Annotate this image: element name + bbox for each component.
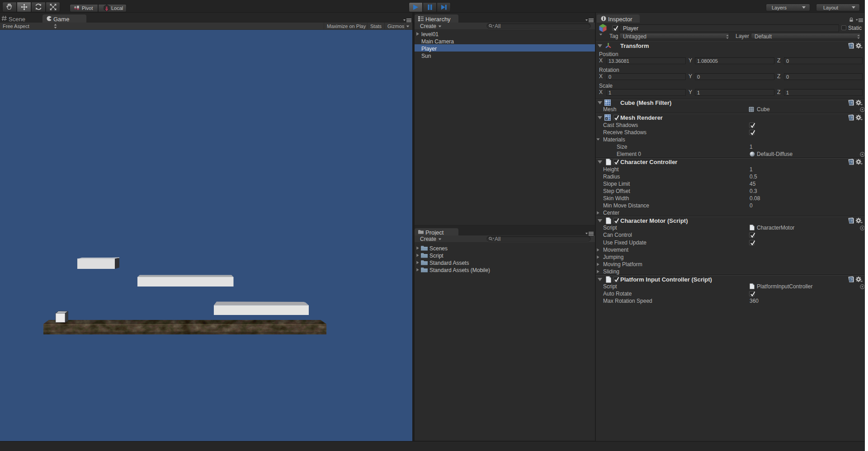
svg-text:?: ? — [850, 277, 852, 282]
svg-text:?: ? — [850, 101, 852, 105]
svg-text:?: ? — [850, 116, 852, 120]
svg-text:?: ? — [850, 160, 852, 164]
svg-text:?: ? — [850, 44, 852, 48]
svg-text:?: ? — [850, 219, 852, 223]
